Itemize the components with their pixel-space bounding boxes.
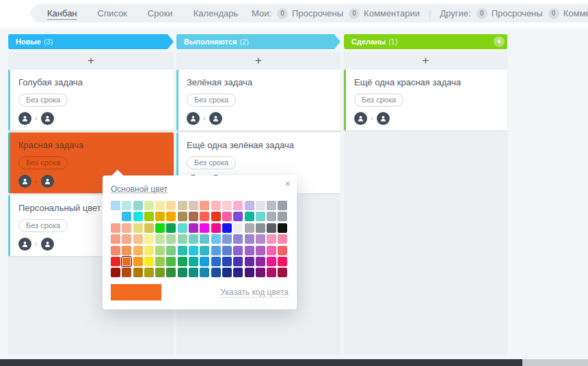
color-swatch[interactable]	[211, 201, 221, 210]
color-swatch[interactable]	[133, 246, 143, 255]
color-swatch[interactable]	[133, 257, 143, 266]
column-header-2[interactable]: Сделаны(1)+	[344, 34, 507, 49]
color-swatch[interactable]	[256, 212, 265, 221]
color-swatch[interactable]	[245, 212, 254, 221]
creator-avatar-icon[interactable]	[18, 175, 31, 188]
color-swatch[interactable]	[233, 234, 243, 244]
creator-avatar-icon[interactable]	[354, 112, 367, 125]
counter-item-0-1[interactable]: 0Комментарии	[349, 8, 420, 19]
color-swatch[interactable]	[222, 268, 232, 277]
view-tab-2[interactable]: Сроки	[148, 8, 173, 18]
color-swatch[interactable]	[267, 234, 276, 244]
color-swatch[interactable]	[189, 257, 198, 266]
color-swatch[interactable]	[111, 201, 120, 210]
close-icon[interactable]: ×	[284, 178, 291, 188]
color-swatch[interactable]	[189, 268, 198, 277]
assignee-avatar-icon[interactable]	[41, 238, 54, 251]
color-swatch[interactable]	[166, 212, 176, 221]
color-swatch[interactable]	[245, 223, 254, 233]
color-swatch[interactable]	[222, 257, 232, 266]
color-swatch[interactable]	[245, 257, 254, 266]
view-tab-0[interactable]: Канбан	[47, 8, 77, 18]
color-code-link[interactable]: Указать код цвета	[220, 287, 289, 298]
add-task-button[interactable]: +	[8, 52, 174, 70]
color-swatch[interactable]	[144, 212, 154, 221]
color-swatch[interactable]	[211, 246, 221, 255]
creator-avatar-icon[interactable]	[187, 112, 200, 125]
color-swatch[interactable]	[189, 201, 198, 210]
color-swatch[interactable]	[144, 246, 154, 255]
deadline-badge[interactable]: Без срока	[187, 94, 236, 107]
color-swatch[interactable]	[133, 212, 143, 221]
color-swatch[interactable]	[111, 223, 120, 233]
deadline-badge[interactable]: Без срока	[187, 156, 236, 169]
color-swatch[interactable]	[222, 246, 232, 255]
color-swatch[interactable]	[278, 268, 287, 277]
color-swatch[interactable]	[111, 246, 120, 255]
color-swatch[interactable]	[122, 212, 131, 221]
view-tab-3[interactable]: Календарь	[193, 8, 239, 18]
task-card[interactable]: Ещё одна красная задачаБез срока›	[344, 70, 507, 130]
color-swatch[interactable]	[166, 246, 176, 255]
assignee-avatar-icon[interactable]	[41, 112, 54, 125]
color-swatch[interactable]	[200, 223, 209, 233]
color-swatch[interactable]	[122, 246, 131, 255]
color-swatch[interactable]	[144, 201, 154, 210]
color-swatch[interactable]	[178, 201, 187, 210]
color-swatch[interactable]	[256, 223, 265, 233]
color-swatch[interactable]	[278, 212, 287, 221]
color-swatch[interactable]	[155, 201, 165, 210]
color-swatch[interactable]	[178, 257, 187, 266]
color-swatch[interactable]	[155, 234, 165, 244]
color-swatch[interactable]	[222, 223, 232, 233]
assignee-avatar-icon[interactable]	[41, 175, 54, 188]
counter-item-1-0[interactable]: 0Просрочены	[477, 8, 543, 19]
color-swatch[interactable]	[122, 201, 131, 210]
color-swatch[interactable]	[200, 212, 209, 221]
color-swatch[interactable]	[144, 268, 154, 277]
color-swatch[interactable]	[122, 223, 131, 233]
assignee-avatar-icon[interactable]	[209, 112, 222, 125]
counter-item-1-1[interactable]: 0Комментарии	[548, 8, 588, 19]
color-swatch[interactable]	[278, 234, 287, 244]
color-swatch[interactable]	[166, 223, 176, 233]
color-swatch[interactable]	[155, 268, 165, 277]
deadline-badge[interactable]: Без срока	[18, 219, 68, 232]
color-swatch[interactable]	[200, 268, 209, 277]
color-swatch[interactable]	[278, 223, 287, 233]
color-swatch[interactable]	[222, 201, 232, 210]
color-swatch[interactable]	[133, 201, 143, 210]
column-header-1[interactable]: Выполняются(2)	[176, 34, 334, 49]
color-swatch[interactable]	[233, 257, 243, 266]
color-swatch[interactable]	[155, 212, 165, 221]
color-swatch[interactable]	[111, 234, 120, 244]
deadline-badge[interactable]: Без срока	[18, 156, 68, 169]
color-swatch[interactable]	[211, 234, 221, 244]
color-swatch[interactable]	[256, 201, 265, 210]
color-swatch[interactable]	[211, 257, 221, 266]
color-swatch[interactable]	[233, 246, 243, 255]
counter-item-0-0[interactable]: 0Просрочены	[277, 8, 343, 19]
color-swatch[interactable]	[267, 201, 276, 210]
color-swatch[interactable]	[122, 268, 131, 277]
color-swatch[interactable]	[278, 257, 287, 266]
color-swatch[interactable]	[178, 268, 187, 277]
color-swatch[interactable]	[211, 223, 221, 233]
color-swatch[interactable]	[278, 246, 287, 255]
color-swatch[interactable]	[178, 246, 187, 255]
view-tab-1[interactable]: Список	[98, 8, 127, 18]
color-swatch[interactable]	[155, 223, 165, 233]
color-swatch[interactable]	[189, 223, 198, 233]
color-swatch[interactable]	[178, 223, 187, 233]
color-swatch[interactable]	[245, 201, 254, 210]
color-swatch[interactable]	[189, 212, 198, 221]
color-swatch[interactable]	[166, 257, 176, 266]
color-swatch[interactable]	[222, 234, 232, 244]
color-swatch[interactable]	[233, 223, 243, 233]
color-swatch[interactable]	[233, 201, 243, 210]
color-swatch[interactable]	[267, 268, 276, 277]
color-swatch[interactable]	[144, 223, 154, 233]
creator-avatar-icon[interactable]	[18, 112, 31, 125]
creator-avatar-icon[interactable]	[18, 238, 31, 251]
color-swatch[interactable]	[111, 257, 120, 266]
